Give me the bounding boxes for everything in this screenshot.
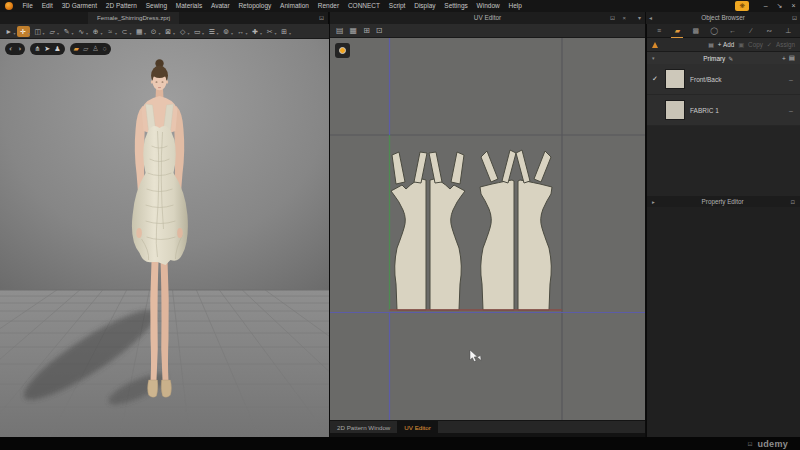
box-select-tool-icon[interactable]: ◫	[31, 26, 45, 37]
editor-bottom-tabs: 2D Pattern Window UV Editor	[330, 420, 645, 433]
show-garment-icon[interactable]: ⋔	[34, 44, 40, 54]
menu-file[interactable]: File	[18, 0, 37, 12]
fabric-direction-tool-icon[interactable]: ↔	[234, 26, 248, 37]
uv-scene	[330, 38, 645, 420]
uv-pattern-front-half[interactable]	[391, 152, 427, 310]
fabric-menu-icon[interactable]: –	[789, 76, 795, 83]
uv-rearrange-icon[interactable]: ⊞	[363, 25, 370, 37]
sewing-tape-tool-icon[interactable]: ☰	[205, 26, 219, 37]
uv-menu-icon[interactable]: ▾	[638, 12, 641, 24]
textured-surface-icon[interactable]: ▰	[74, 44, 79, 54]
library-icon[interactable]: ▤	[708, 41, 714, 48]
thick-texture-icon[interactable]: ▱	[83, 44, 88, 54]
3d-viewport[interactable]: ► ✛ ◫ ▱ ✎ ∿ ⊕ ≈ ⊂ ▦ ⊙ ⊠ ◇ ▭ ☰ ⊚ ↔ ✚ ✂ ⊞	[0, 24, 329, 437]
grade-tool-icon[interactable]: ⊞	[278, 26, 292, 37]
menu-sewing[interactable]: Sewing	[141, 0, 171, 12]
application-window: File Edit 3D Garment 2D Pattern Sewing M…	[0, 0, 800, 450]
group-edit-icon[interactable]: ✎	[728, 55, 733, 62]
menu-connect[interactable]: CONNECT	[343, 0, 384, 12]
simulate-tool-icon[interactable]: ►	[2, 26, 16, 37]
copy-icon[interactable]: ▣	[738, 41, 744, 48]
show-avatar-icon[interactable]: ♟	[54, 44, 60, 54]
fabric-group-row[interactable]: ▾ Primary ✎ + ▤	[647, 52, 800, 64]
tab-2d-pattern-window[interactable]: 2D Pattern Window	[330, 421, 397, 433]
uv-pattern-back-half[interactable]	[480, 150, 516, 310]
uv-view-toggle-button[interactable]	[335, 43, 350, 58]
fold-arrangement-tool-icon[interactable]: ◇	[176, 26, 190, 37]
uv-float-icon[interactable]: ⊡	[610, 12, 615, 24]
uv-fit-icon[interactable]: ⊡	[376, 25, 383, 37]
uv-texture-view-icon[interactable]: ▤	[336, 25, 344, 37]
select-mesh-tool-icon[interactable]: ▦	[133, 26, 147, 37]
free-sewing-tool-icon[interactable]: ⊂	[118, 26, 132, 37]
topstitch-tab-icon[interactable]: ∕	[745, 25, 757, 37]
menu-3d-garment[interactable]: 3D Garment	[57, 0, 101, 12]
add-point-tool-icon[interactable]: ⊕	[89, 26, 103, 37]
fabric-row-frontback[interactable]: ✓ Front/Back –	[647, 64, 800, 94]
menu-settings[interactable]: Settings	[440, 0, 472, 12]
uv-close-icon[interactable]: ×	[622, 12, 626, 24]
menu-script[interactable]: Script	[384, 0, 409, 12]
render-style-icon[interactable]: ◐	[9, 44, 13, 54]
edit-pattern-tool-icon[interactable]: ✎	[60, 26, 74, 37]
group-expand-icon[interactable]: ▾	[652, 55, 655, 61]
menu-window[interactable]: Window	[472, 0, 504, 12]
tack-tool-icon[interactable]: ⊠	[162, 26, 176, 37]
mouse-cursor	[470, 350, 481, 362]
fabric-menu-icon[interactable]: –	[789, 107, 795, 114]
trim-tab-icon[interactable]: ⊥	[782, 25, 794, 37]
object-browser-title: Object Browser	[646, 12, 800, 24]
group-folder-icon[interactable]: ▤	[789, 54, 795, 62]
puckering-tab-icon[interactable]: ∾	[764, 25, 776, 37]
fabric-swatch[interactable]	[665, 69, 685, 89]
object-browser-empty-area	[647, 126, 800, 196]
button-tab-icon[interactable]: ◯	[708, 25, 720, 37]
close-button[interactable]: ×	[787, 0, 800, 12]
menu-render[interactable]: Render	[313, 0, 343, 12]
group-add-icon[interactable]: +	[782, 55, 786, 62]
flatten-tool-icon[interactable]: ▭	[191, 26, 205, 37]
menu-help[interactable]: Help	[504, 0, 526, 12]
menu-avatar[interactable]: Avatar	[207, 0, 234, 12]
assign-icon[interactable]: ✓	[767, 41, 772, 48]
menu-animation[interactable]: Animation	[276, 0, 314, 12]
select-move-tool-icon[interactable]: ✛	[17, 26, 31, 37]
project-tab[interactable]: Female_ShirringDress.zprj	[88, 12, 179, 24]
copy-fabric-button[interactable]: Copy	[748, 41, 763, 48]
tab-uv-editor[interactable]: UV Editor	[397, 421, 437, 433]
avatar-display-icon[interactable]: ♙	[92, 44, 98, 54]
gizmo-arrow-icon[interactable]: ➤	[44, 44, 50, 54]
fabric-name: FABRIC 1	[690, 107, 784, 114]
uv-mesh-view-icon[interactable]: ▦	[350, 25, 358, 37]
steam-tool-icon[interactable]: ⊚	[220, 26, 234, 37]
ob-float-icon[interactable]: ⊡	[792, 12, 797, 24]
property-float-icon[interactable]: ⊡	[790, 199, 795, 205]
maximize-button[interactable]: ↘	[772, 0, 787, 12]
menu-2d-pattern[interactable]: 2D Pattern	[101, 0, 141, 12]
scissors-tool-icon[interactable]: ✂	[263, 26, 277, 37]
menu-display[interactable]: Display	[410, 0, 440, 12]
measure-tool-icon[interactable]: ✚	[249, 26, 263, 37]
render-style-alt-icon[interactable]: ◑	[17, 44, 21, 54]
add-fabric-button[interactable]: + Add	[718, 41, 734, 48]
assign-fabric-button[interactable]: Assign	[776, 41, 795, 48]
edit-curvature-tool-icon[interactable]: ∿	[75, 26, 89, 37]
segment-sewing-tool-icon[interactable]: ≈	[104, 26, 118, 37]
uv-canvas[interactable]	[330, 38, 645, 420]
minimize-button[interactable]: –	[759, 0, 772, 12]
fabric-tab-icon[interactable]: ▰	[671, 25, 683, 37]
3d-canvas[interactable]: ◐ ◑ ⋔ ➤ ♟ ▰ ▱ ♙ ○	[0, 39, 329, 437]
fabric-row-fabric1[interactable]: FABRIC 1 –	[647, 95, 800, 125]
pin-tool-icon[interactable]: ⊙	[147, 26, 161, 37]
menu-materials[interactable]: Materials	[171, 0, 206, 12]
fabric-swatch[interactable]	[665, 100, 685, 120]
scene-tab-icon[interactable]: ≡	[653, 25, 665, 37]
menu-retopology[interactable]: Retopology	[234, 0, 276, 12]
transform-pattern-tool-icon[interactable]: ▱	[46, 26, 60, 37]
menu-edit[interactable]: Edit	[37, 0, 57, 12]
tabbar-float-icon[interactable]: ⊡	[319, 12, 324, 24]
fabric-list: ✓ Front/Back – FABRIC 1 –	[647, 64, 800, 126]
arrangement-points-icon[interactable]: ○	[103, 44, 107, 54]
zipper-tab-icon[interactable]: ←	[727, 25, 739, 37]
print-tab-icon[interactable]: ▩	[690, 25, 702, 37]
